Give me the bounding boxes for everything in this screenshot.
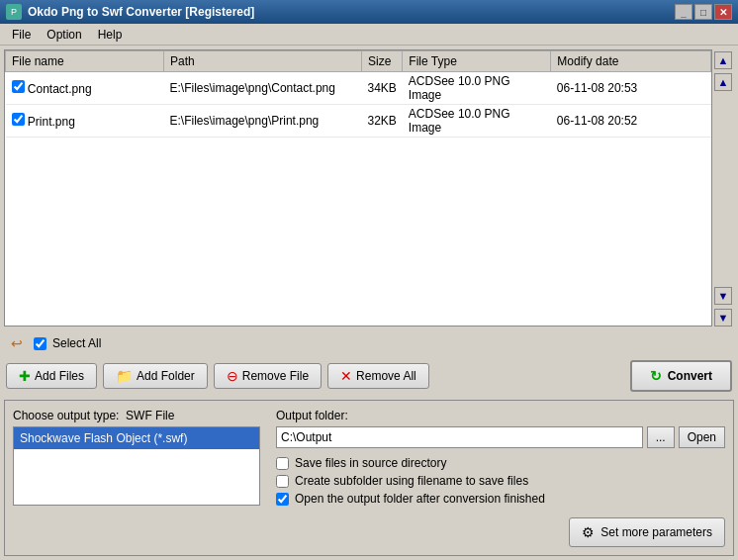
convert-label: Convert — [668, 369, 712, 383]
create-subfolder-row: Create subfolder using filename to save … — [276, 474, 725, 488]
params-label: Set more parameters — [600, 525, 712, 539]
open-after-row: Open the output folder after conversion … — [276, 492, 725, 506]
menu-option[interactable]: Option — [39, 26, 89, 44]
set-params-button[interactable]: ⚙ Set more parameters — [569, 517, 725, 547]
minimize-button[interactable]: _ — [675, 4, 692, 20]
output-folder-label: Output folder: — [276, 409, 725, 422]
open-after-checkbox[interactable] — [276, 493, 289, 506]
scroll-down-button[interactable]: ▼ — [714, 287, 732, 305]
cell-filename: Print.png — [6, 105, 164, 138]
col-path: Path — [164, 51, 362, 72]
add-files-icon: ✚ — [19, 368, 31, 384]
add-files-label: Add Files — [35, 369, 84, 383]
scroll-area: ▲ ▲ ▼ ▼ — [712, 49, 734, 327]
main-content: File name Path Size File Type Modify dat… — [0, 46, 738, 560]
filename-text: Print.png — [28, 115, 75, 129]
folder-path-input[interactable] — [276, 426, 643, 448]
menu-file[interactable]: File — [4, 26, 39, 44]
open-after-label: Open the output folder after conversion … — [295, 492, 545, 506]
output-type-section-label: Choose output type: SWF File — [13, 409, 260, 422]
title-bar: P Okdo Png to Swf Converter [Registered]… — [0, 0, 738, 24]
cell-modifydate: 06-11-08 20:53 — [551, 72, 711, 105]
select-all-row: ↩ Select All — [0, 330, 738, 356]
table-row: Print.png E:\Files\image\png\Print.png 3… — [6, 105, 711, 138]
cell-size: 32KB — [362, 105, 403, 138]
output-type-list[interactable]: Shockwave Flash Object (*.swf) — [13, 426, 260, 506]
browse-button[interactable]: ... — [647, 426, 675, 448]
filename-text: Contact.png — [28, 82, 92, 96]
scroll-top-button[interactable]: ▲ — [714, 51, 732, 69]
maximize-button[interactable]: □ — [694, 4, 712, 20]
save-source-checkbox[interactable] — [276, 457, 289, 470]
save-source-label: Save files in source directory — [295, 456, 446, 470]
folder-row: ... Open — [276, 426, 725, 448]
remove-all-icon: ✕ — [340, 368, 352, 384]
col-size: Size — [362, 51, 403, 72]
menu-help[interactable]: Help — [90, 26, 131, 44]
save-source-row: Save files in source directory — [276, 456, 725, 470]
row-checkbox[interactable] — [12, 113, 25, 126]
row-checkbox[interactable] — [12, 80, 25, 93]
convert-button[interactable]: ↻ Convert — [630, 360, 732, 392]
file-table: File name Path Size File Type Modify dat… — [5, 50, 711, 138]
cell-path: E:\Files\image\png\Contact.png — [164, 72, 362, 105]
cell-modifydate: 06-11-08 20:52 — [551, 105, 711, 138]
gear-icon: ⚙ — [582, 524, 595, 540]
window-title: Okdo Png to Swf Converter [Registered] — [28, 5, 254, 19]
cell-filetype: ACDSee 10.0 PNG Image — [403, 105, 551, 138]
cell-filename: Contact.png — [6, 72, 164, 105]
remove-all-button[interactable]: ✕ Remove All — [327, 363, 429, 389]
col-filetype: File Type — [403, 51, 551, 72]
title-bar-left: P Okdo Png to Swf Converter [Registered] — [6, 4, 254, 20]
output-type-section: Choose output type: SWF File Shockwave F… — [13, 409, 260, 547]
col-modifydate: Modify date — [551, 51, 711, 72]
add-folder-label: Add Folder — [137, 369, 195, 383]
file-list-container: File name Path Size File Type Modify dat… — [0, 46, 738, 330]
table-row: Contact.png E:\Files\image\png\Contact.p… — [6, 72, 711, 105]
add-folder-icon: 📁 — [116, 368, 133, 384]
scroll-bottom-button[interactable]: ▼ — [714, 309, 732, 327]
remove-file-icon: ⊖ — [227, 368, 238, 384]
select-all-checkbox[interactable] — [34, 337, 46, 350]
cell-filetype: ACDSee 10.0 PNG Image — [403, 72, 551, 105]
menu-bar: File Option Help — [0, 24, 738, 46]
convert-icon: ↻ — [650, 368, 662, 384]
window-controls[interactable]: _ □ ✕ — [675, 4, 732, 20]
bottom-panel: Choose output type: SWF File Shockwave F… — [4, 400, 734, 556]
create-subfolder-checkbox[interactable] — [276, 475, 289, 488]
app-icon: P — [6, 4, 22, 20]
toolbar: ✚ Add Files 📁 Add Folder ⊖ Remove File ✕… — [0, 356, 738, 396]
remove-file-button[interactable]: ⊖ Remove File — [214, 363, 322, 389]
add-files-button[interactable]: ✚ Add Files — [6, 363, 97, 389]
file-table-wrapper: File name Path Size File Type Modify dat… — [4, 49, 712, 327]
scroll-up-button[interactable]: ▲ — [714, 73, 732, 91]
back-icon[interactable]: ↩ — [6, 334, 28, 352]
add-folder-button[interactable]: 📁 Add Folder — [103, 363, 208, 389]
remove-all-label: Remove All — [356, 369, 416, 383]
create-subfolder-label: Create subfolder using filename to save … — [295, 474, 528, 488]
output-type-item-swf[interactable]: Shockwave Flash Object (*.swf) — [14, 427, 259, 449]
open-button[interactable]: Open — [679, 426, 725, 448]
output-folder-section: Output folder: ... Open Save files in so… — [276, 409, 725, 547]
close-button[interactable]: ✕ — [714, 4, 732, 20]
col-filename: File name — [6, 51, 164, 72]
select-all-label: Select All — [52, 336, 101, 350]
remove-file-label: Remove File — [242, 369, 309, 383]
cell-size: 34KB — [362, 72, 403, 105]
cell-path: E:\Files\image\png\Print.png — [164, 105, 362, 138]
